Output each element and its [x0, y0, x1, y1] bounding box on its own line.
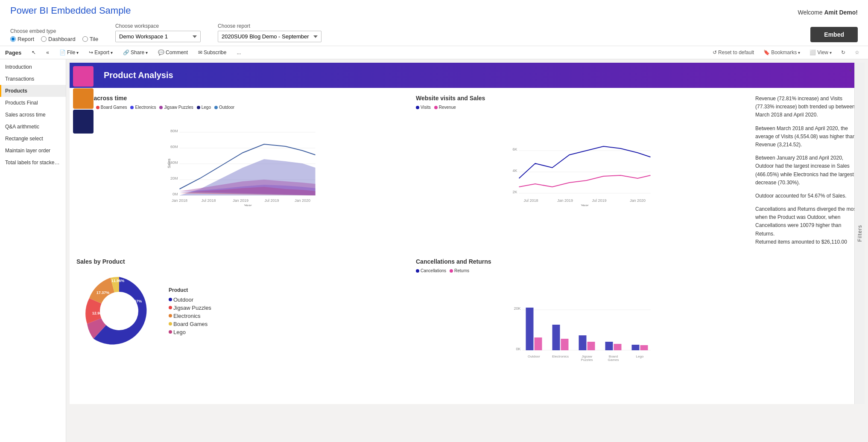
svg-rect-43 — [552, 325, 560, 350]
workspace-label: Choose workspace — [115, 23, 201, 29]
product-legend: Product Outdoor Jigsaw Puzzles Electroni… — [169, 287, 211, 335]
file-btn[interactable]: 📄 File ▾ — [56, 48, 82, 57]
refresh-btn[interactable]: ↻ — [838, 48, 849, 57]
subscribe-btn[interactable]: ✉ Subscribe — [195, 48, 230, 57]
svg-text:Jul 2018: Jul 2018 — [201, 198, 216, 203]
charts-grid: Sales across time Product Board Games El… — [70, 95, 865, 368]
svg-text:Lego: Lego — [636, 355, 644, 358]
svg-text:Jul 2019: Jul 2019 — [592, 198, 606, 203]
view-icon: ⬜ — [810, 49, 816, 55]
svg-rect-44 — [561, 339, 569, 350]
svg-rect-49 — [632, 345, 640, 350]
svg-text:Sales: Sales — [167, 158, 171, 168]
donut-svg-wrap: 54.67% 12.98% 17.37% 11.96% — [76, 268, 162, 354]
svg-text:Year: Year — [244, 204, 251, 206]
sales-time-legend: Product Board Games Electronics Jigsaw P… — [76, 105, 409, 110]
svg-text:6K: 6K — [512, 147, 517, 151]
bottom-right-empty — [755, 258, 858, 361]
embed-type-group: Choose embed type Report Dashboard Tile — [10, 28, 98, 42]
svg-text:Jan 2018: Jan 2018 — [172, 198, 187, 203]
website-svg: 2K 4K 6K Jul 2018 Jan 2019 Jul 2019 J — [416, 112, 748, 206]
svg-text:20K: 20K — [514, 306, 520, 311]
svg-text:0K: 0K — [516, 347, 520, 351]
cancellations-svg: 0K 20K — [416, 276, 748, 361]
embed-type-options: Report Dashboard Tile — [10, 36, 98, 42]
bookmarks-btn[interactable]: 🔖 Bookmarks ▾ — [760, 48, 804, 57]
pages-label: Pages — [5, 49, 21, 56]
cursor-btn[interactable]: ↖ — [28, 48, 39, 57]
filters-panel[interactable]: Filters — [854, 63, 865, 404]
chevron-left-icon: ‹ — [850, 66, 852, 73]
svg-text:Jan 2019: Jan 2019 — [233, 198, 248, 203]
sidebar-item-introduction[interactable]: Introduction — [0, 61, 66, 73]
welcome-text: Welcome Amit Demo! — [798, 9, 858, 16]
more-btn[interactable]: ... — [233, 48, 244, 57]
svg-text:Outdoor: Outdoor — [528, 355, 540, 358]
svg-text:Year: Year — [581, 204, 588, 206]
report-area: Product Analysis Sales across time Produ… — [66, 59, 868, 442]
app-title: Power BI Embedded Sample — [10, 5, 131, 16]
cancellations-legend: Cancellations Returns — [416, 268, 748, 273]
svg-text:54.67%: 54.67% — [129, 299, 142, 303]
report-select[interactable]: 2020SU09 Blog Demo - September — [218, 31, 321, 42]
svg-text:40M: 40M — [170, 160, 178, 165]
sidebar-item-maintain[interactable]: Maintain layer order — [0, 145, 66, 157]
sidebar: Introduction Transactions Products Produ… — [0, 59, 66, 442]
svg-text:12.98%: 12.98% — [92, 311, 105, 315]
workspace-select[interactable]: Demo Workspace 1 — [115, 31, 201, 42]
svg-text:17.37%: 17.37% — [96, 291, 110, 295]
svg-text:60M: 60M — [170, 145, 178, 149]
report-canvas: Product Analysis Sales across time Produ… — [70, 63, 865, 404]
report-banner: Product Analysis — [70, 63, 865, 88]
website-chart: Website visits and Sales Visits Revenue … — [416, 95, 748, 251]
svg-text:Jul 2018: Jul 2018 — [523, 198, 538, 203]
svg-rect-46 — [587, 342, 595, 350]
svg-rect-47 — [605, 342, 613, 350]
svg-text:Jan 2020: Jan 2020 — [295, 198, 310, 203]
insights-panel: Revenue (72.81% increase) and Visits (77… — [755, 95, 858, 251]
sidebar-item-total-labels[interactable]: Total labels for stacked ... — [0, 157, 66, 169]
sidebar-item-rectangle[interactable]: Rectangle select — [0, 133, 66, 145]
sales-time-chart: Sales across time Product Board Games El… — [76, 95, 409, 251]
favorite-btn[interactable]: ☆ — [851, 48, 863, 57]
sales-product-chart: Sales by Product — [76, 258, 409, 361]
collapse-btn[interactable]: « — [43, 48, 53, 57]
svg-rect-48 — [614, 344, 622, 350]
filters-label: Filters — [857, 225, 863, 242]
main-layout: Introduction Transactions Products Produ… — [0, 59, 868, 442]
radio-report[interactable]: Report — [10, 36, 34, 42]
sales-time-svg: 0M 20M 40M 60M 80M — [76, 112, 409, 206]
website-legend: Visits Revenue — [416, 105, 748, 110]
sidebar-item-products[interactable]: Products — [0, 85, 66, 97]
embed-button[interactable]: Embed — [810, 27, 858, 42]
star-icon: ☆ — [855, 49, 859, 55]
toolbar-row: Pages ↖ « 📄 File ▾ ↪ Export ▾ 🔗 Share ▾ … — [0, 46, 868, 59]
svg-rect-42 — [535, 337, 542, 350]
refresh-icon: ↻ — [841, 49, 845, 55]
cancellations-chart: Cancellations and Returns Cancellations … — [416, 258, 748, 361]
svg-rect-41 — [526, 308, 534, 350]
svg-text:Games: Games — [608, 358, 619, 361]
svg-text:20M: 20M — [170, 176, 178, 180]
bookmark-icon: 🔖 — [763, 49, 770, 55]
svg-text:Jan 2019: Jan 2019 — [557, 198, 573, 203]
share-btn[interactable]: 🔗 Share ▾ — [120, 48, 151, 57]
radio-tile[interactable]: Tile — [82, 36, 98, 42]
embed-type-label: Choose embed type — [10, 28, 98, 34]
svg-text:80M: 80M — [170, 129, 178, 133]
view-btn[interactable]: ⬜ View ▾ — [806, 48, 835, 57]
svg-text:2K: 2K — [512, 190, 517, 194]
comment-icon: 💬 — [158, 49, 164, 55]
file-icon: 📄 — [59, 49, 66, 55]
report-collapse-btn[interactable]: ‹ — [850, 66, 852, 74]
sidebar-item-sales-time[interactable]: Sales across time — [0, 109, 66, 121]
sidebar-item-products-final[interactable]: Products Final — [0, 97, 66, 109]
export-btn[interactable]: ↪ Export ▾ — [85, 48, 116, 57]
sidebar-item-qa[interactable]: Q&A arithmetic — [0, 121, 66, 133]
export-icon: ↪ — [89, 49, 93, 55]
app-header: Power BI Embedded Sample Welcome Amit De… — [0, 0, 868, 46]
radio-dashboard[interactable]: Dashboard — [41, 36, 76, 42]
reset-btn[interactable]: ↺ Reset to default — [709, 48, 757, 57]
sidebar-item-transactions[interactable]: Transactions — [0, 73, 66, 85]
comment-btn[interactable]: 💬 Comment — [155, 48, 191, 57]
